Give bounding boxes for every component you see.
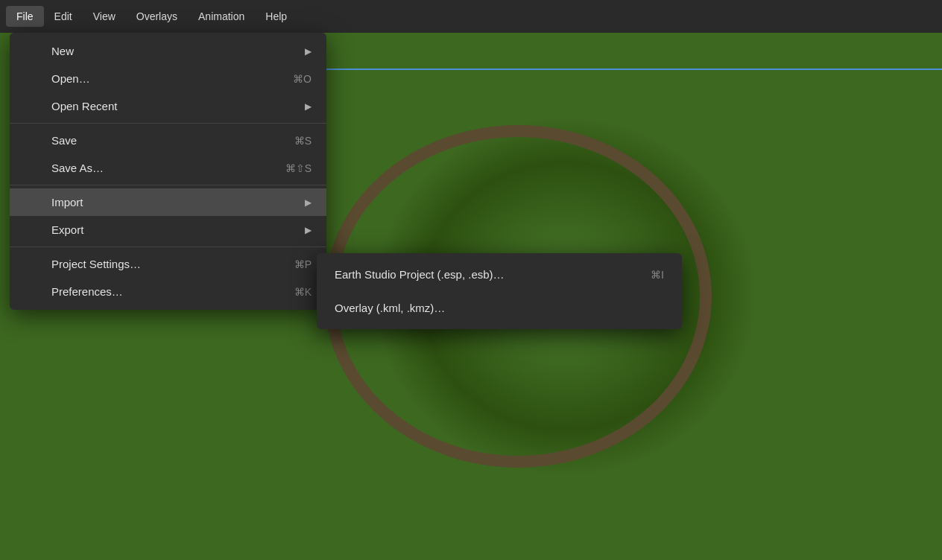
menubar-item-help[interactable]: Help (255, 6, 297, 27)
menubar-item-animation[interactable]: Animation (188, 6, 255, 27)
submenu-item-earth-studio-project[interactable]: Earth Studio Project (.esp, .esb)… ⌘I (317, 258, 682, 291)
menu-item-open-recent[interactable]: Open Recent ▶ (10, 92, 326, 120)
menu-item-new[interactable]: New ▶ (10, 37, 326, 65)
menu-item-project-settings-label: Project Settings… (51, 258, 141, 270)
menubar-item-edit[interactable]: Edit (44, 6, 83, 27)
arrow-icon-recent: ▶ (305, 101, 312, 112)
menubar: File Edit View Overlays Animation Help (0, 0, 942, 33)
menubar-item-view[interactable]: View (83, 6, 126, 27)
arrow-icon: ▶ (305, 46, 312, 57)
menubar-item-file[interactable]: File (6, 6, 44, 27)
menu-item-open-shortcut: ⌘O (293, 73, 312, 85)
menu-item-save-as-shortcut: ⌘⇧S (285, 162, 312, 174)
separator-1 (10, 123, 326, 124)
import-submenu: Earth Studio Project (.esp, .esb)… ⌘I Ov… (317, 253, 682, 329)
menu-item-project-settings-shortcut: ⌘P (294, 258, 312, 270)
menu-item-save-as[interactable]: Save As… ⌘⇧S (10, 154, 326, 182)
menu-item-import-label: Import (51, 196, 83, 209)
menu-item-save[interactable]: Save ⌘S (10, 127, 326, 154)
menu-item-save-as-label: Save As… (51, 162, 104, 174)
menu-item-preferences[interactable]: Preferences… ⌘K (10, 278, 326, 305)
submenu-item-esp-shortcut: ⌘I (651, 269, 664, 281)
submenu-item-esp-label: Earth Studio Project (.esp, .esb)… (335, 268, 505, 281)
separator-3 (10, 246, 326, 247)
separator-2 (10, 185, 326, 185)
file-menu: New ▶ Open… ⌘O Open Recent ▶ Save ⌘S Sav… (10, 33, 326, 310)
menu-item-project-settings[interactable]: Project Settings… ⌘P (10, 250, 326, 278)
submenu-item-overlay[interactable]: Overlay (.kml, .kmz)… (317, 291, 682, 325)
arrow-icon-export: ▶ (305, 225, 312, 235)
menu-item-import[interactable]: Import ▶ (10, 188, 326, 216)
menu-item-export-label: Export (51, 223, 83, 236)
menu-item-new-label: New (51, 45, 74, 57)
menu-item-export[interactable]: Export ▶ (10, 216, 326, 244)
submenu-item-overlay-label: Overlay (.kml, .kmz)… (335, 302, 445, 314)
menu-item-preferences-shortcut: ⌘K (294, 286, 312, 298)
menu-item-save-shortcut: ⌘S (294, 135, 312, 147)
menubar-item-overlays[interactable]: Overlays (126, 6, 188, 27)
menu-item-open-label: Open… (51, 72, 90, 85)
arrow-icon-import: ▶ (305, 197, 312, 208)
menu-item-preferences-label: Preferences… (51, 285, 123, 298)
blue-accent-line (317, 69, 942, 70)
menu-item-save-label: Save (51, 134, 77, 147)
menu-item-open[interactable]: Open… ⌘O (10, 65, 326, 92)
menu-item-open-recent-label: Open Recent (51, 100, 117, 112)
